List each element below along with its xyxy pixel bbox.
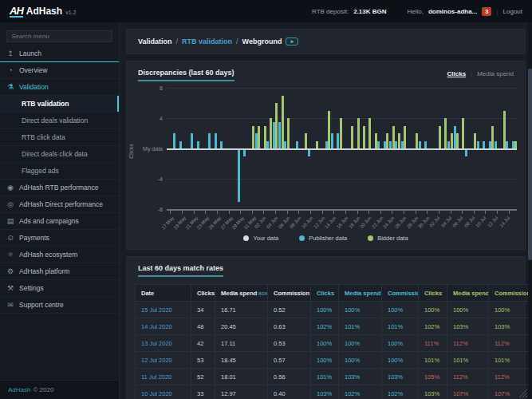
commission-cell: 0.53 <box>268 335 311 352</box>
sidebar-item-adhash-platform[interactable]: ⚙AdHash platform <box>0 263 119 280</box>
sidebar-item-ads-and-campaigns[interactable]: ▤Ads and campaigns <box>0 213 119 230</box>
sidebar-item-validation[interactable]: ⚗Validation <box>0 79 119 96</box>
publisher-match-cell: 100% <box>382 352 419 369</box>
x-tick <box>451 211 451 214</box>
sidebar-item-support-centre[interactable]: ✉Support centre <box>0 297 119 314</box>
column-header-publisher-clicks[interactable]: Clicks <box>311 285 339 302</box>
clicks-cell: 33 <box>191 385 215 399</box>
date-cell[interactable]: 10 Jul 2020 <box>136 385 191 399</box>
publisher-match-cell: 100% <box>311 352 339 369</box>
logo-text: AdHash <box>26 6 62 17</box>
x-tick <box>298 211 299 214</box>
publisher-match-cell: 102% <box>311 318 339 335</box>
column-header-publisher-media-spend[interactable]: Media spend <box>339 285 382 302</box>
sidebar-item-adhash-rtb-performance[interactable]: ◉AdHash RTB performance <box>0 180 119 196</box>
baseline-label: My data <box>143 146 163 152</box>
commission-cell: 0.57 <box>268 352 311 369</box>
legend-item-bidder-data[interactable]: Bidder data <box>368 235 408 242</box>
breadcrumb-webground[interactable]: Webground <box>242 38 282 45</box>
x-tick-label: 30 Jun <box>417 215 431 229</box>
sidebar-item-adhash-ecosystem[interactable]: ⚛AdHash ecosystem <box>0 247 119 263</box>
x-tick <box>427 211 428 214</box>
date-cell[interactable]: 11 Jul 2020 <box>136 369 191 385</box>
publisher-bar <box>215 133 217 148</box>
legend-item-your-data[interactable]: Your data <box>243 235 278 242</box>
x-tick <box>392 211 392 214</box>
column-header-your-commission[interactable]: Commission BGN <box>268 285 311 302</box>
publisher-bar <box>377 141 380 149</box>
publisher-bar <box>506 141 508 149</box>
logout-button[interactable]: Logout <box>503 8 522 15</box>
vertical-scrollbar[interactable] <box>528 22 532 399</box>
play-badge[interactable]: ▸ <box>286 38 298 45</box>
toggle-clicks[interactable]: Clicks <box>447 70 467 77</box>
publisher-bar <box>173 133 175 148</box>
x-tick <box>229 211 230 214</box>
publisher-match-cell: 101% <box>311 369 339 385</box>
x-tick <box>182 211 183 214</box>
column-header-bidder-media-spend[interactable]: Media spend <box>447 285 489 302</box>
table-row: 14 Jul 20204820.450.63102%101%101%102%10… <box>136 318 532 335</box>
column-header-bidder-clicks[interactable]: Clicks <box>419 285 447 302</box>
adhash-logo[interactable]: AH AdHash v1.2 <box>10 6 76 18</box>
legend-dot-icon <box>243 235 249 241</box>
username[interactable]: dominos-adha... <box>428 8 477 15</box>
x-tick <box>439 211 439 214</box>
notification-badge[interactable]: 3 <box>482 7 491 16</box>
bidder-match-cell: 103% <box>447 318 489 335</box>
date-cell[interactable]: 13 Jul 2020 <box>136 335 191 352</box>
y-tick-label: -4 <box>158 176 163 182</box>
sidebar-item-rtb-click-data[interactable]: RTB click data <box>0 129 119 146</box>
bidder-match-cell: 112% <box>447 335 489 352</box>
column-header-publisher-commission[interactable]: Commission <box>382 285 419 302</box>
column-header-your-date[interactable]: Date <box>136 285 191 302</box>
metric-toggle: Clicks | Media spend <box>447 70 514 77</box>
date-cell[interactable]: 14 Jul 2020 <box>136 318 191 335</box>
gridline <box>167 179 517 180</box>
toggle-media-spend[interactable]: Media spend <box>477 70 514 77</box>
sidebar-item-settings[interactable]: ⚒Settings <box>0 280 119 297</box>
legend-dot-icon <box>368 235 373 241</box>
legend-label: Your data <box>253 235 278 242</box>
date-cell[interactable]: 12 Jul 2020 <box>136 352 191 369</box>
search-menu-input[interactable] <box>6 30 112 42</box>
scrollbar-thumb[interactable] <box>528 69 532 260</box>
bidder-match-cell: 100% <box>447 302 489 318</box>
column-header-your-media-spend[interactable]: Media spend BGN <box>215 285 268 302</box>
table-body: 15 Jul 20203416.710.52100%100%100%100%10… <box>136 302 532 399</box>
media-spend-cell: 18.45 <box>215 352 268 369</box>
x-tick-label: 28 Jun <box>406 215 420 229</box>
column-header-bidder-commission[interactable]: Commission <box>489 285 532 302</box>
bidder-bar <box>357 118 360 148</box>
sidebar-item-overview[interactable]: ◔Overview <box>0 62 119 79</box>
x-axis: 17 May19 May21 May23 May25 May27 May29 M… <box>167 209 517 231</box>
discrepancies-panel: Discrepancies (last 60 days) Clicks | Me… <box>126 61 526 250</box>
sidebar-item-payments[interactable]: ⊙Payments <box>0 230 119 247</box>
breadcrumb-rtb-validation[interactable]: RTB validation <box>182 38 232 45</box>
publisher-bar <box>191 133 193 148</box>
rtb-deposit-label: RTB deposit: <box>312 8 349 15</box>
rtb-deposit-value: 2.13K BGN <box>353 8 386 15</box>
footer-brand-link[interactable]: AdHash <box>8 386 30 393</box>
sidebar-item-direct-deals-click-data[interactable]: Direct deals click data <box>0 146 119 163</box>
sidebar-item-rtb-validation[interactable]: RTB validation <box>0 96 119 113</box>
clicks-cell: 52 <box>191 369 215 385</box>
breadcrumb-validation[interactable]: Validation <box>138 38 172 45</box>
sidebar-item-direct-deals-validation[interactable]: Direct deals validation <box>0 113 119 129</box>
app-version: v1.2 <box>65 10 76 15</box>
media-spend-cell: 18.01 <box>215 369 268 385</box>
bidder-bar <box>451 133 453 148</box>
date-cell[interactable]: 15 Jul 2020 <box>136 302 191 318</box>
settings-icon: ⚒ <box>6 284 14 292</box>
sidebar-item-adhash-direct-performance[interactable]: ◎AdHash Direct performance <box>0 196 119 213</box>
sidebar-item-launch[interactable]: ↥Launch <box>0 45 119 62</box>
x-tick <box>345 211 346 214</box>
x-tick-label: 02 Jul <box>428 215 440 228</box>
overview-icon: ◔ <box>6 66 14 74</box>
legend-item-publisher-data[interactable]: Publisher data <box>299 235 347 242</box>
column-header-your-clicks[interactable]: Clicks <box>191 285 215 302</box>
bidder-match-cell: 100% <box>489 302 532 318</box>
sidebar-item-flagged-ads[interactable]: Flagged ads <box>0 163 119 180</box>
publisher-match-cell: 103% <box>311 385 339 399</box>
x-tick <box>287 211 288 214</box>
